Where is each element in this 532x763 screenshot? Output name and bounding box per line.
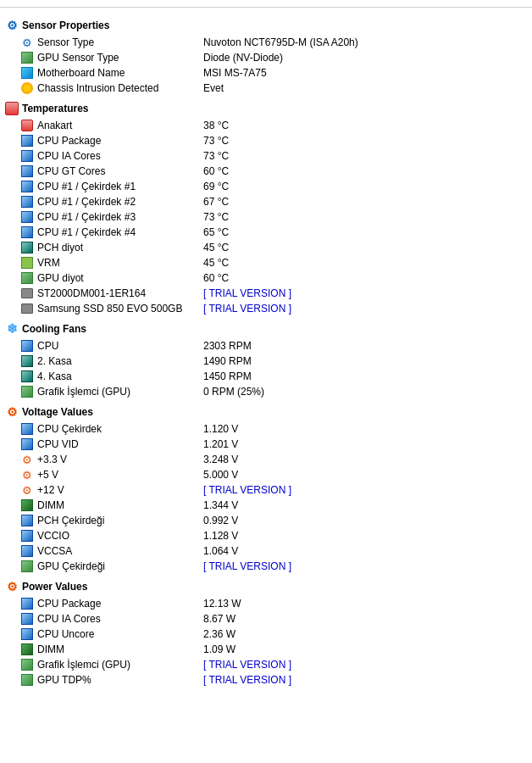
row-name: Samsung SSD 850 EVO 500GB — [37, 303, 203, 315]
row-value: [ TRIAL VERSION ] — [203, 484, 525, 496]
row-name: Chassis Intrusion Detected — [37, 82, 203, 94]
row-name: DIMM — [37, 499, 203, 511]
row-name: PCH diyot — [37, 242, 203, 253]
row-name: CPU Package — [37, 598, 203, 610]
list-item: CPU Package73 °C — [0, 133, 532, 148]
row-value: 0.992 V — [203, 515, 525, 526]
cpu-icon — [21, 181, 33, 192]
list-item: DIMM1.344 V — [0, 498, 532, 513]
list-item: GPU TDP%[ TRIAL VERSION ] — [0, 672, 532, 688]
row-value: [ TRIAL VERSION ] — [203, 659, 525, 671]
pch-icon — [21, 355, 33, 367]
list-item: ⚙+5 V5.000 V — [0, 467, 532, 482]
row-name: CPU #1 / Çekirdek #3 — [37, 211, 203, 223]
cpu-icon — [21, 150, 33, 162]
list-item: ST2000DM001-1ER164[ TRIAL VERSION ] — [0, 286, 532, 301]
cpu-icon — [21, 598, 33, 610]
list-item: VCCIO1.128 V — [0, 528, 532, 543]
row-value: [ TRIAL VERSION ] — [203, 560, 525, 572]
cpu-icon — [21, 340, 33, 352]
row-value: 73 °C — [203, 211, 525, 223]
list-item: Grafik İşlemci (GPU)[ TRIAL VERSION ] — [0, 657, 532, 672]
pch-icon — [21, 370, 33, 382]
row-name: Anakart — [37, 120, 203, 131]
section-header-sensor-properties: ⚙Sensor Properties — [0, 16, 532, 35]
list-item: PCH Çekirdeği0.992 V — [0, 513, 532, 528]
row-value: [ TRIAL VERSION ] — [203, 674, 525, 686]
row-value: 73 °C — [203, 150, 525, 162]
list-item: Samsung SSD 850 EVO 500GB[ TRIAL VERSION… — [0, 301, 532, 316]
list-item: 2. Kasa1490 RPM — [0, 354, 532, 369]
list-item: CPU IA Cores8.67 W — [0, 611, 532, 627]
row-value: 1.344 V — [203, 499, 525, 511]
section-header-cooling-fans: ❄Cooling Fans — [0, 320, 532, 338]
section-label-cooling-fans: Cooling Fans — [22, 323, 86, 335]
row-name: Grafik İşlemci (GPU) — [37, 659, 203, 671]
section-label-sensor-properties: Sensor Properties — [22, 19, 109, 31]
row-name: CPU #1 / Çekirdek #1 — [37, 181, 203, 192]
temp-icon — [21, 120, 33, 131]
row-value: MSI MS-7A75 — [203, 67, 525, 79]
row-name: 4. Kasa — [37, 370, 203, 382]
hdd-icon — [21, 304, 33, 314]
row-value: 73 °C — [203, 135, 525, 147]
section-volt-icon: ⚙ — [7, 405, 18, 419]
row-value: 1.09 W — [203, 643, 525, 655]
section-label-power-values: Power Values — [22, 581, 87, 593]
row-value: 69 °C — [203, 181, 525, 192]
volt-icon: ⚙ — [22, 469, 32, 482]
section-header-voltage-values: ⚙Voltage Values — [0, 403, 532, 421]
section-temp-icon — [5, 102, 19, 115]
row-name: CPU #1 / Çekirdek #4 — [37, 226, 203, 238]
section-header-power-values: ⚙Power Values — [0, 577, 532, 596]
sections-container: ⚙Sensor Properties⚙Sensor TypeNuvoton NC… — [0, 16, 532, 688]
list-item: 4. Kasa1450 RPM — [0, 369, 532, 384]
gpu-icon — [21, 659, 33, 671]
list-item: VRM45 °C — [0, 255, 532, 270]
row-name: GPU TDP% — [37, 674, 203, 686]
row-value: 45 °C — [203, 242, 525, 253]
list-item: CPU #1 / Çekirdek #465 °C — [0, 225, 532, 240]
cpu-icon — [21, 613, 33, 625]
cpu-icon — [21, 515, 33, 526]
row-value: 5.000 V — [203, 469, 525, 481]
row-name: CPU Uncore — [37, 628, 203, 640]
row-name: CPU GT Cores — [37, 165, 203, 177]
section-label-voltage-values: Voltage Values — [22, 406, 93, 418]
row-value: 65 °C — [203, 226, 525, 238]
row-value: 1490 RPM — [203, 355, 525, 367]
row-value: 8.67 W — [203, 613, 525, 625]
cpu-icon — [21, 211, 33, 223]
gpu-icon — [21, 52, 33, 64]
row-name: CPU IA Cores — [37, 613, 203, 625]
row-value: 2.36 W — [203, 628, 525, 640]
list-item: CPU #1 / Çekirdek #267 °C — [0, 194, 532, 209]
row-value: 1.128 V — [203, 530, 525, 542]
cpu-icon — [21, 135, 33, 147]
row-name: +3.3 V — [37, 454, 203, 465]
gpu-icon — [21, 674, 33, 686]
list-item: ⚙Sensor TypeNuvoton NCT6795D-M (ISA A20h… — [0, 35, 532, 50]
section-header-temperatures: Temperatures — [0, 99, 532, 118]
section-gear-icon: ⚙ — [7, 19, 18, 32]
row-value: 60 °C — [203, 165, 525, 177]
row-name: CPU Çekirdek — [37, 423, 203, 435]
row-name: VCCIO — [37, 530, 203, 542]
list-item: Chassis Intrusion DetectedEvet — [0, 81, 532, 96]
row-value: Diode (NV-Diode) — [203, 52, 525, 64]
list-item: ⚙+12 V[ TRIAL VERSION ] — [0, 482, 532, 498]
row-name: GPU Çekirdeği — [37, 560, 203, 572]
cpu-icon — [21, 165, 33, 177]
row-name: Grafik İşlemci (GPU) — [37, 386, 203, 398]
row-name: CPU #1 / Çekirdek #2 — [37, 196, 203, 208]
main-table — [0, 0, 532, 13]
row-value: 12.13 W — [203, 598, 525, 610]
row-name: PCH Çekirdeği — [37, 515, 203, 526]
list-item: GPU diyot60 °C — [0, 270, 532, 286]
row-name: Motherboard Name — [37, 67, 203, 79]
row-name: VRM — [37, 257, 203, 269]
row-name: DIMM — [37, 643, 203, 655]
row-value: [ TRIAL VERSION ] — [203, 303, 525, 315]
list-item: CPU2303 RPM — [0, 338, 532, 354]
row-name: +5 V — [37, 469, 203, 481]
